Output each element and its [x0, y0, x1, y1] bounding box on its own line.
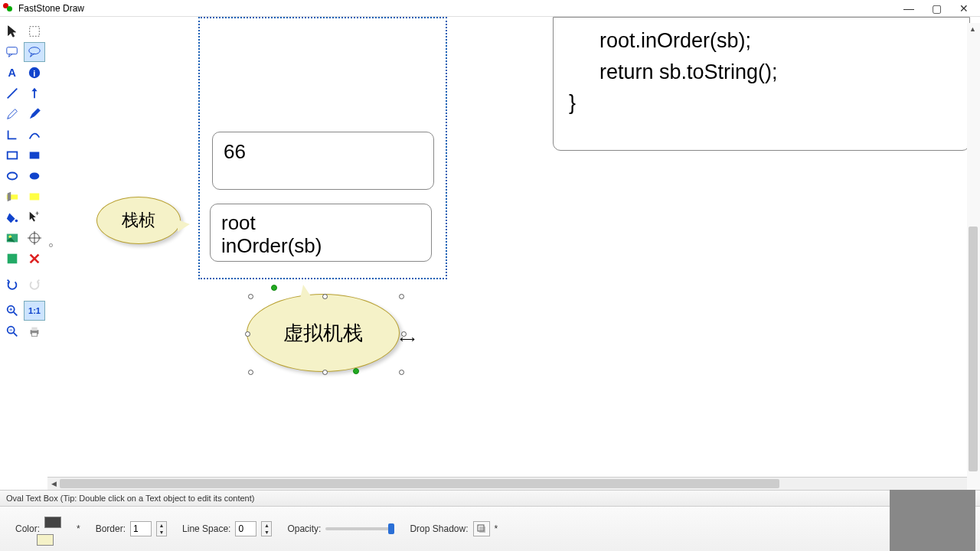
svg-rect-8 — [8, 152, 18, 159]
shadow-group: Drop Shadow: * — [410, 521, 498, 536]
svg-rect-13 — [30, 194, 40, 201]
linespace-label: Line Space: — [182, 523, 230, 534]
status-bar: Oval Text Box (Tip: Double click on a Te… — [0, 490, 980, 507]
shadow-label: Drop Shadow: — [410, 523, 468, 534]
resize-handle[interactable] — [248, 370, 253, 375]
delete-tool[interactable] — [24, 249, 45, 269]
titlebar: FastStone Draw — ▢ ✕ — [0, 0, 980, 17]
webcam-overlay — [890, 490, 975, 551]
rect-fill-tool[interactable] — [24, 145, 45, 165]
linespace-spinner[interactable]: ▲▼ — [261, 521, 272, 536]
svg-line-6 — [8, 89, 18, 99]
border-group: Border: ▲▼ — [96, 521, 167, 536]
rect-callout-tool[interactable] — [2, 42, 23, 62]
border-spinner[interactable]: ▲▼ — [156, 521, 167, 536]
svg-text:i: i — [33, 69, 35, 78]
svg-line-25 — [14, 312, 18, 316]
shadow-dropdown[interactable] — [473, 521, 490, 536]
zoom-in-tool[interactable] — [2, 301, 23, 321]
svg-text:+: + — [35, 210, 39, 217]
resize-handle[interactable] — [399, 294, 404, 299]
tail-handle[interactable] — [353, 368, 359, 374]
resize-handle[interactable] — [322, 294, 328, 299]
property-bar: Color: * Border: ▲▼ Line Space: ▲▼ Opaci… — [0, 507, 980, 551]
svg-point-2 — [29, 47, 40, 54]
target-tool[interactable] — [24, 228, 45, 248]
svg-point-10 — [8, 173, 18, 180]
undo-tool[interactable] — [2, 275, 23, 295]
redo-tool[interactable] — [24, 275, 45, 295]
window-controls: — ▢ ✕ — [902, 2, 977, 15]
code-line: return sb.toString(); — [569, 57, 954, 88]
zoom-out-tool[interactable] — [2, 321, 23, 341]
curve-tool[interactable] — [24, 125, 45, 145]
drawing-canvas[interactable]: root.inOrder(sb); return sb.toString(); … — [47, 17, 980, 490]
linespace-group: Line Space: ▲▼ — [182, 521, 272, 536]
svg-rect-33 — [31, 333, 37, 337]
maximize-button[interactable]: ▢ — [929, 2, 943, 15]
stroke-color-swatch[interactable] — [44, 517, 61, 528]
info-tool[interactable]: i — [24, 63, 45, 83]
tool-palette: A i + 1:1 — [0, 17, 47, 490]
border-label: Border: — [96, 523, 126, 534]
close-button[interactable]: ✕ — [957, 2, 971, 15]
shadow-menu-star[interactable]: * — [495, 523, 498, 534]
resize-handle[interactable] — [248, 294, 253, 299]
green-box-tool[interactable] — [2, 249, 23, 269]
stack-frame-card[interactable]: 66 — [212, 132, 434, 190]
svg-rect-9 — [30, 152, 40, 159]
scroll-thumb[interactable] — [969, 227, 978, 471]
tail-handle[interactable] — [271, 285, 277, 291]
select-tool[interactable] — [2, 21, 23, 41]
print-tool[interactable] — [24, 321, 45, 341]
svg-rect-35 — [479, 527, 485, 533]
svg-point-17 — [9, 235, 12, 238]
vertical-scrollbar[interactable]: ▲ — [967, 23, 980, 490]
marker-tool[interactable] — [24, 104, 45, 124]
card-text: root — [221, 211, 256, 234]
app-title: FastStone Draw — [18, 3, 902, 14]
callout-bubble-stack-frame[interactable]: 栈桢 — [96, 197, 181, 244]
arrow-tool[interactable] — [24, 83, 45, 103]
horizontal-scrollbar[interactable]: ◀ ▶ — [47, 477, 980, 490]
fill-swatch-tool[interactable] — [24, 187, 45, 207]
svg-rect-32 — [31, 328, 37, 331]
status-text: Oval Text Box (Tip: Double click on a Te… — [6, 494, 254, 503]
linespace-input[interactable] — [235, 521, 256, 536]
opacity-slider[interactable] — [325, 527, 394, 530]
opacity-group: Opacity: — [287, 523, 394, 534]
scroll-left-arrow[interactable]: ◀ — [47, 478, 60, 490]
fill-color-swatch[interactable] — [37, 534, 54, 546]
ellipse-outline-tool[interactable] — [2, 166, 23, 186]
resize-handle[interactable] — [399, 370, 404, 375]
zoom-actual-tool[interactable]: 1:1 — [24, 301, 45, 321]
minimize-button[interactable]: — — [902, 2, 916, 15]
resize-handle[interactable] — [245, 331, 250, 337]
color-menu-star[interactable]: * — [77, 523, 80, 534]
rect-outline-tool[interactable] — [2, 145, 23, 165]
scroll-up-arrow[interactable]: ▲ — [967, 23, 978, 35]
text-tool[interactable]: A — [2, 63, 23, 83]
marquee-tool[interactable] — [24, 21, 45, 41]
bucket-tool[interactable] — [2, 207, 23, 227]
color-label: Color: — [15, 523, 40, 534]
cursor-add-tool[interactable]: + — [24, 207, 45, 227]
card-text: inOrder(sb) — [221, 234, 322, 257]
anchor-handle[interactable] — [49, 243, 53, 247]
svg-point-11 — [30, 173, 40, 180]
image-tool[interactable] — [2, 228, 23, 248]
line-tool[interactable] — [2, 83, 23, 103]
border-input[interactable] — [130, 521, 152, 536]
oval-callout-tool[interactable] — [24, 42, 45, 62]
stack-frame-card[interactable]: root inOrder(sb) — [210, 204, 432, 262]
angle-line-tool[interactable] — [2, 125, 23, 145]
pencil-tool[interactable] — [2, 104, 23, 124]
callout-bubble-vm-stack[interactable]: 虚拟机栈 — [247, 294, 400, 372]
highlighter-tool[interactable] — [2, 187, 23, 207]
code-line: root.inOrder(sb); — [569, 25, 954, 57]
svg-rect-21 — [8, 254, 18, 264]
ellipse-fill-tool[interactable] — [24, 166, 45, 186]
resize-handle[interactable] — [322, 370, 328, 375]
svg-line-29 — [14, 333, 18, 337]
scroll-thumb[interactable] — [60, 479, 779, 488]
